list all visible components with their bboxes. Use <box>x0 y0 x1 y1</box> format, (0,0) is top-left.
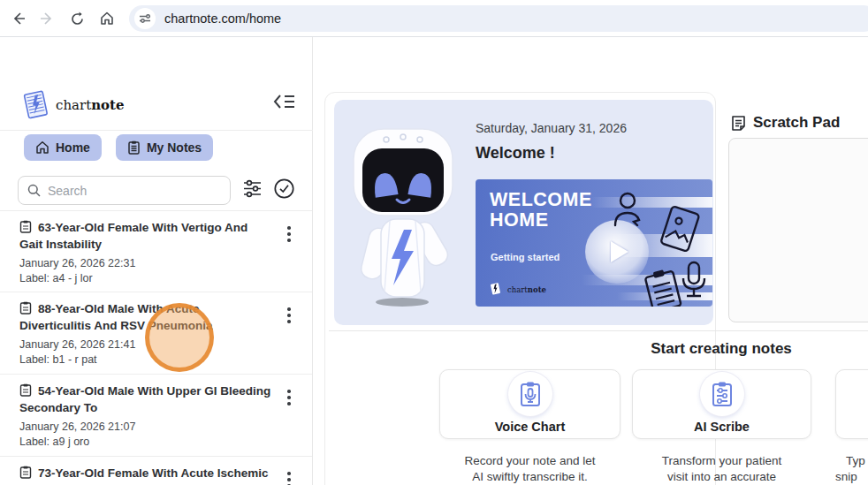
note-icon <box>19 220 32 238</box>
ai-scribe-icon <box>700 372 744 416</box>
forward-icon[interactable] <box>35 7 58 30</box>
site-settings-icon[interactable] <box>134 8 156 29</box>
kebab-menu-icon[interactable] <box>284 304 294 327</box>
note-date: January 26, 2026 21:41 <box>19 338 273 351</box>
search-input[interactable] <box>48 184 216 198</box>
ai-scribe-description: Transform your patientvisit into an accu… <box>632 453 811 485</box>
ai-scribe-card[interactable]: AI Scribe <box>632 369 811 439</box>
scratch-pad-textarea[interactable] <box>728 138 868 322</box>
back-icon[interactable] <box>7 7 30 30</box>
filter-icon[interactable] <box>242 178 263 202</box>
note-icon <box>19 383 32 401</box>
note-label: Label: b1 - r pat <box>19 353 273 366</box>
home-nav-label: Home <box>56 140 90 155</box>
house-icon <box>35 140 49 155</box>
note-title: 63-Year-Old Female With Vertigo And Gait… <box>19 220 273 252</box>
brand-logo: chartnote <box>19 88 125 122</box>
note-title: 54-Year-Old Male With Upper GI Bleeding … <box>19 383 273 415</box>
select-all-icon[interactable] <box>273 178 295 203</box>
microphone-icon <box>681 261 707 301</box>
my-notes-nav-label: My Notes <box>147 140 202 155</box>
note-title: 73-Year-Old Female With Acute Ischemic S… <box>19 466 273 485</box>
note-title: 88-Year-Old Male With Acute Diverticulit… <box>19 301 273 333</box>
chartnote-logo-icon <box>19 88 51 122</box>
ai-scribe-label: AI Scribe <box>633 420 811 434</box>
kebab-menu-icon[interactable] <box>284 468 294 485</box>
video-brand-logo: chartnote <box>489 282 546 297</box>
note-icon <box>19 466 32 483</box>
note-date: January 26, 2026 21:07 <box>19 421 273 433</box>
welcome-date: Saturday, January 31, 2026 <box>476 121 627 135</box>
scratch-pad-title: Scratch Pad <box>753 114 840 132</box>
url-text: chartnote.com/home <box>164 11 281 26</box>
voice-chart-label: Voice Chart <box>440 420 620 434</box>
kebab-menu-icon[interactable] <box>284 386 294 409</box>
note-list-item[interactable]: 63-Year-Old Female With Vertigo And Gait… <box>0 210 312 292</box>
scratch-pad-icon <box>730 115 747 132</box>
person-icon <box>613 192 643 231</box>
home-browser-icon[interactable] <box>95 7 118 30</box>
my-notes-nav-button[interactable]: My Notes <box>116 134 213 161</box>
brand-wordmark: chartnote <box>56 97 125 113</box>
reload-icon[interactable] <box>65 7 88 30</box>
app-window: chartnote.com/home chartnote Home <box>0 0 868 485</box>
voice-chart-icon <box>508 372 552 416</box>
scratch-pad-heading: Scratch Pad <box>730 114 840 132</box>
getting-started-video[interactable]: WELCOMEHOME Getting started <box>476 179 712 307</box>
search-box[interactable] <box>18 176 231 205</box>
address-bar[interactable]: chartnote.com/home <box>129 5 868 32</box>
note-label: Label: a9 j oro <box>19 436 273 448</box>
third-create-card[interactable] <box>835 369 868 439</box>
welcome-greeting: Welcome ! <box>476 144 555 163</box>
notes-icon <box>127 140 141 155</box>
search-icon <box>27 184 41 197</box>
home-nav-button[interactable]: Home <box>24 134 102 161</box>
start-creating-notes-heading: Start creating notes <box>575 340 868 358</box>
photo-card-icon <box>657 204 703 255</box>
kebab-menu-icon[interactable] <box>284 223 294 246</box>
note-list-item[interactable]: 73-Year-Old Female With Acute Ischemic S… <box>0 456 312 485</box>
note-list-item[interactable]: 54-Year-Old Male With Upper GI Bleeding … <box>0 374 312 456</box>
note-label: Label: a4 - j lor <box>19 272 273 284</box>
clipboard-icon <box>642 268 684 307</box>
note-icon <box>19 301 32 319</box>
note-date: January 26, 2026 22:31 <box>19 257 273 269</box>
robot-mascot-illustration <box>339 115 467 316</box>
browser-toolbar: chartnote.com/home <box>0 0 868 37</box>
sidebar: chartnote Home My Notes <box>0 37 313 485</box>
video-subtitle: Getting started <box>491 252 560 262</box>
voice-chart-card[interactable]: Voice Chart <box>439 369 621 439</box>
collapse-sidebar-icon[interactable] <box>273 92 296 115</box>
note-list-item[interactable]: 88-Year-Old Male With Acute Diverticulit… <box>0 292 312 374</box>
section-divider <box>329 330 868 331</box>
voice-chart-description: Record your note and letAI swiftly trans… <box>439 453 621 485</box>
video-title: WELCOMEHOME <box>490 190 592 231</box>
sidebar-divider <box>0 130 313 131</box>
third-card-description: Typsnip <box>835 453 868 485</box>
